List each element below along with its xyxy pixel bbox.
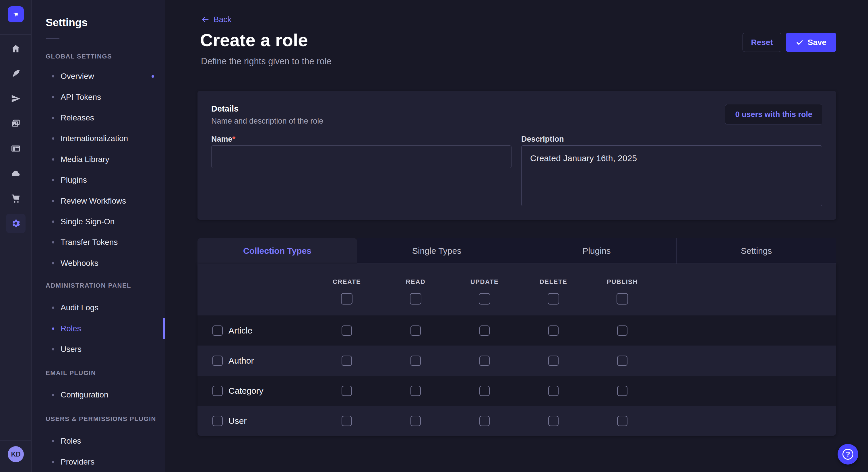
checkbox-article-create[interactable] [342, 326, 352, 336]
name-field[interactable] [211, 145, 512, 168]
strapi-logo-icon [11, 10, 20, 19]
table-row-article: Article [197, 315, 836, 345]
sidebar-item-up-roles[interactable]: Roles [32, 431, 165, 451]
bullet-icon [52, 241, 54, 243]
checkbox-category-read[interactable] [410, 386, 421, 396]
notification-dot [152, 75, 154, 78]
description-field[interactable]: Created January 16th, 2025 [521, 145, 822, 206]
save-button[interactable]: Save [786, 33, 836, 52]
checkbox-author-publish[interactable] [617, 356, 627, 366]
checkbox-author-update[interactable] [479, 356, 490, 366]
column-header-update: UPDATE [456, 278, 513, 285]
bullet-icon [52, 96, 54, 98]
tab-plugins[interactable]: Plugins [517, 238, 677, 264]
back-link[interactable]: Back [201, 15, 231, 24]
sidebar-item-label: Single Sign-On [61, 217, 115, 226]
checkbox-category-update[interactable] [479, 386, 490, 396]
bullet-icon [52, 158, 54, 161]
sidebar-item-label: Audit Logs [61, 303, 98, 312]
sidebar-item-providers[interactable]: Providers [32, 451, 165, 472]
sidebar-item-label: Providers [61, 458, 94, 467]
save-label: Save [808, 38, 826, 47]
bullet-icon [52, 179, 54, 181]
tab-collection-types[interactable]: Collection Types [197, 238, 357, 264]
tab-single-types[interactable]: Single Types [357, 238, 517, 264]
sidebar-item-media-library[interactable]: Media Library [32, 149, 165, 170]
checkbox-user-create[interactable] [342, 416, 352, 426]
checkbox-row-category[interactable] [212, 386, 223, 396]
checkbox-article-update[interactable] [479, 326, 490, 336]
name-label-text: Name [211, 135, 232, 143]
checkbox-author-delete[interactable] [548, 356, 559, 366]
sidebar-item-label: Users [61, 345, 82, 354]
sidebar-item-overview[interactable]: Overview [32, 66, 165, 87]
checkbox-select-all-publish[interactable] [617, 293, 628, 305]
home-icon[interactable] [0, 39, 32, 59]
sidebar-item-label: Review Workflows [61, 196, 126, 206]
section-administration-panel: ADMINISTRATION PANEL [45, 282, 131, 289]
table-row-category: Category [197, 376, 836, 406]
row-label: Article [228, 326, 252, 336]
feather-icon[interactable] [0, 64, 32, 84]
checkbox-select-all-update[interactable] [479, 293, 490, 305]
checkbox-user-read[interactable] [410, 416, 421, 426]
sidebar-item-plugins[interactable]: Plugins [32, 170, 165, 191]
checkbox-category-publish[interactable] [617, 386, 627, 396]
media-library-icon[interactable] [0, 113, 32, 134]
checkbox-category-delete[interactable] [548, 386, 559, 396]
checkbox-user-publish[interactable] [617, 416, 627, 426]
checkbox-select-all-delete[interactable] [548, 293, 559, 305]
avatar[interactable]: KD [8, 446, 24, 462]
help-button[interactable]: ? [838, 444, 858, 465]
column-header-publish: PUBLISH [594, 278, 651, 285]
tab-settings[interactable]: Settings [676, 238, 836, 264]
sidebar-item-label: Overview [61, 72, 94, 81]
checkbox-author-read[interactable] [410, 356, 421, 366]
checkbox-article-read[interactable] [410, 326, 421, 336]
sidebar-item-api-tokens[interactable]: API Tokens [32, 87, 165, 107]
row-label: User [228, 416, 247, 426]
cart-icon[interactable] [0, 189, 32, 208]
strapi-logo[interactable] [8, 6, 24, 22]
gear-icon[interactable] [6, 214, 26, 233]
cloud-icon[interactable] [0, 164, 32, 183]
checkbox-author-create[interactable] [342, 356, 352, 366]
settings-nav-title: Settings [45, 16, 88, 29]
sidebar-item-audit-logs[interactable]: Audit Logs [32, 297, 165, 318]
sidebar-item-configuration[interactable]: Configuration [32, 384, 165, 405]
send-icon[interactable] [0, 89, 32, 109]
checkbox-row-article[interactable] [212, 326, 223, 336]
reset-button[interactable]: Reset [743, 33, 781, 52]
sidebar-item-label: Configuration [61, 390, 108, 400]
sidebar-item-roles-active[interactable]: Roles [32, 318, 165, 339]
checkbox-user-update[interactable] [479, 416, 490, 426]
checkbox-article-publish[interactable] [617, 326, 627, 336]
section-users-permissions-plugin: USERS & PERMISSIONS PLUGIN [45, 415, 156, 423]
sidebar-item-internationalization[interactable]: Internationalization [32, 128, 165, 149]
sidebar-item-users[interactable]: Users [32, 339, 165, 360]
checkbox-select-all-read[interactable] [410, 293, 422, 305]
sidebar-item-releases[interactable]: Releases [32, 107, 165, 128]
checkbox-category-create[interactable] [342, 386, 352, 396]
checkbox-user-delete[interactable] [548, 416, 559, 426]
sidebar-item-label: Roles [61, 324, 81, 333]
bullet-icon [52, 262, 54, 264]
checkbox-row-author[interactable] [212, 356, 223, 366]
sidebar-item-review-workflows[interactable]: Review Workflows [32, 191, 165, 211]
sidebar-item-single-sign-on[interactable]: Single Sign-On [32, 211, 165, 232]
sidebar-item-label: Webhooks [61, 259, 98, 268]
permissions-tabs: Collection Types Single Types Plugins Se… [197, 238, 836, 264]
sidebar-item-transfer-tokens[interactable]: Transfer Tokens [32, 232, 165, 252]
layout-icon[interactable] [0, 138, 32, 159]
column-header-read: READ [387, 278, 444, 285]
users-with-role-button[interactable]: 0 users with this role [725, 104, 823, 125]
sidebar-item-label: Roles [61, 436, 81, 446]
sidebar-item-webhooks[interactable]: Webhooks [32, 253, 165, 274]
checkbox-article-delete[interactable] [548, 326, 559, 336]
sidebar-item-label: Releases [61, 113, 94, 123]
checkbox-row-user[interactable] [212, 416, 223, 426]
sidebar-divider [0, 440, 32, 441]
bullet-icon [52, 221, 54, 223]
bullet-icon [52, 200, 54, 202]
checkbox-select-all-create[interactable] [341, 293, 352, 305]
